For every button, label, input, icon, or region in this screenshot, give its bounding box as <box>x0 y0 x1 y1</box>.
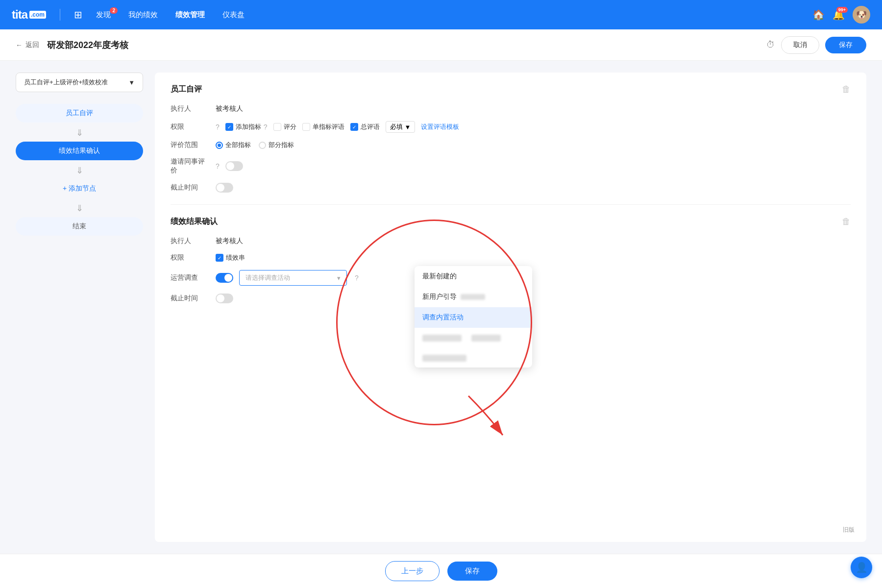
logo-com: .com <box>29 11 46 19</box>
survey-label: 运营调查 <box>171 273 210 282</box>
eval-range-row: 评价范围 全部指标 部分指标 <box>171 141 851 149</box>
section-divider <box>171 204 851 205</box>
invite-toggle[interactable] <box>225 161 243 171</box>
notification-badge: 99+ <box>836 7 848 13</box>
checkbox-add-index[interactable]: ✓ 添加指标 ? <box>225 122 268 131</box>
support-icon: 👤 <box>856 562 868 573</box>
popup-item-blurred2[interactable] <box>415 347 532 367</box>
sidebar-node-end[interactable]: 结束 <box>16 217 143 236</box>
checkbox-perf-string-checked: ✓ <box>216 254 223 262</box>
survey-select-placeholder: 请选择调查活动 <box>245 273 290 282</box>
old-version-link[interactable]: 旧版 <box>843 526 855 534</box>
nav-divider <box>60 9 60 21</box>
invite-label: 邀请同事评价 <box>171 157 210 175</box>
permission-label-2: 权限 <box>171 253 210 262</box>
section1-title: 员工自评 <box>171 84 202 95</box>
support-button[interactable]: 👤 <box>851 557 872 578</box>
sidebar-node-result-confirm[interactable]: 绩效结果确认 <box>16 142 143 160</box>
invite-help-icon[interactable]: ? <box>216 162 220 170</box>
checkbox-perf-string[interactable]: ✓ 绩效串 <box>216 253 245 262</box>
popup-item-builtin[interactable]: 调查内置活动 <box>415 307 532 328</box>
deadline-label-1: 截止时间 <box>171 183 210 192</box>
permission-label: 权限 <box>171 122 210 131</box>
workflow-dropdown-label: 员工自评+上级评价+绩效校准 <box>24 78 108 87</box>
checkbox-overall-comment-checked: ✓ <box>350 123 358 131</box>
main-content: 员工自评+上级评价+绩效校准 ▼ 员工自评 ⇓ 绩效结果确认 ⇓ + 添加节点 … <box>0 61 882 554</box>
executor-row-2: 执行人 被考核人 <box>171 237 851 245</box>
checkbox-score[interactable]: 评分 <box>273 122 296 131</box>
nav-item-discover[interactable]: 发现 2 <box>92 8 115 22</box>
required-dropdown[interactable]: 必填 ▼ <box>386 121 416 133</box>
set-template-link[interactable]: 设置评语模板 <box>421 122 459 131</box>
section1-delete-icon[interactable]: 🗑 <box>842 84 851 95</box>
eval-range-radios: 全部指标 部分指标 <box>216 141 294 149</box>
nav-item-my-performance[interactable]: 我的绩效 <box>124 8 162 22</box>
section2-header: 绩效结果确认 🗑 <box>171 217 851 227</box>
permission-help-icon[interactable]: ? <box>216 123 220 131</box>
permission-row-2: 权限 ✓ 绩效串 <box>171 253 851 262</box>
nav-item-dashboard[interactable]: 仪表盘 <box>219 8 248 22</box>
arrow-down-2: ⇓ <box>16 164 143 177</box>
back-label: 返回 <box>25 41 39 49</box>
checkbox-single-comment[interactable]: 单指标评语 <box>302 122 344 131</box>
deadline-toggle-1[interactable] <box>216 183 233 193</box>
checkbox-score-unchecked <box>273 123 281 131</box>
radio-all-index[interactable]: 全部指标 <box>216 141 251 149</box>
permission-row: 权限 ? ✓ 添加指标 ? 评分 单指标评语 ✓ 总评语 <box>171 121 851 133</box>
back-button[interactable]: ← 返回 <box>16 41 39 49</box>
executor-value-2: 被考核人 <box>216 237 243 245</box>
nav-right: 🏠 🔔 99+ 🐶 <box>812 6 870 24</box>
sidebar: 员工自评+上级评价+绩效校准 ▼ 员工自评 ⇓ 绩效结果确认 ⇓ + 添加节点 … <box>16 73 143 542</box>
sidebar-node-self-eval[interactable]: 员工自评 <box>16 104 143 122</box>
save-button-bottom[interactable]: 保存 <box>447 562 497 581</box>
top-nav: tita .com ⊞ 发现 2 我的绩效 绩效管理 仪表盘 🏠 🔔 99+ 🐶 <box>0 0 882 29</box>
logo-text: tita <box>12 8 27 22</box>
survey-toggle[interactable] <box>216 273 233 283</box>
chevron-down-icon: ▼ <box>128 79 135 86</box>
radio-all-index-indicator <box>216 142 223 149</box>
arrow-down-3: ⇓ <box>16 202 143 215</box>
popup-item-latest[interactable]: 最新创建的 <box>415 266 532 287</box>
bottom-bar: 上一步 保存 <box>0 554 882 588</box>
page-title: 研发部2022年度考核 <box>47 39 128 51</box>
checkbox-overall-comment[interactable]: ✓ 总评语 <box>350 122 380 131</box>
checkbox-add-index-checked: ✓ <box>225 123 233 131</box>
executor-label: 执行人 <box>171 104 210 113</box>
survey-select[interactable]: 请选择调查活动 ▾ <box>239 270 347 286</box>
executor-row: 执行人 被考核人 <box>171 104 851 113</box>
add-index-help-icon[interactable]: ? <box>264 123 268 131</box>
header-actions: ⏱ 取消 保存 <box>766 36 866 54</box>
survey-select-chevron-icon: ▾ <box>337 274 341 282</box>
section2-title: 绩效结果确认 <box>171 217 218 227</box>
discover-badge: 2 <box>110 7 118 14</box>
deadline-label-2: 截止时间 <box>171 294 210 303</box>
notification-icon[interactable]: 🔔 99+ <box>833 9 845 21</box>
permission-checkboxes: ✓ 添加指标 ? 评分 单指标评语 ✓ 总评语 必填 <box>225 121 460 133</box>
section2-delete-icon[interactable]: 🗑 <box>842 217 851 227</box>
cancel-button[interactable]: 取消 <box>781 36 819 54</box>
save-button-header[interactable]: 保存 <box>825 37 866 53</box>
prev-button[interactable]: 上一步 <box>385 561 440 581</box>
executor-label-2: 执行人 <box>171 237 210 245</box>
right-panel: 员工自评 🗑 执行人 被考核人 权限 ? ✓ 添加指标 ? 评分 <box>155 73 866 542</box>
section1-header: 员工自评 🗑 <box>171 84 851 95</box>
radio-partial-index[interactable]: 部分指标 <box>259 141 294 149</box>
eval-range-label: 评价范围 <box>171 141 210 149</box>
survey-help-icon[interactable]: ? <box>355 274 359 282</box>
logo[interactable]: tita .com <box>12 8 46 22</box>
sidebar-node-add[interactable]: + 添加节点 <box>16 179 143 198</box>
arrow-down-1: ⇓ <box>16 126 143 140</box>
popup-item-blurred1[interactable] <box>415 328 532 347</box>
deadline-row-1: 截止时间 <box>171 183 851 193</box>
home-icon[interactable]: 🏠 <box>812 9 825 21</box>
dropdown-popup: 最新创建的 新用户引导 调查内置活动 <box>415 266 532 368</box>
popup-item-new-user[interactable]: 新用户引导 <box>415 287 532 307</box>
nav-item-performance-mgmt[interactable]: 绩效管理 <box>172 8 209 22</box>
deadline-toggle-2[interactable] <box>216 294 233 303</box>
history-icon[interactable]: ⏱ <box>766 40 775 50</box>
invite-row: 邀请同事评价 ? <box>171 157 851 175</box>
executor-value: 被考核人 <box>216 104 243 113</box>
workflow-dropdown[interactable]: 员工自评+上级评价+绩效校准 ▼ <box>16 73 143 92</box>
user-avatar[interactable]: 🐶 <box>853 6 870 24</box>
apps-icon[interactable]: ⊞ <box>74 9 82 21</box>
